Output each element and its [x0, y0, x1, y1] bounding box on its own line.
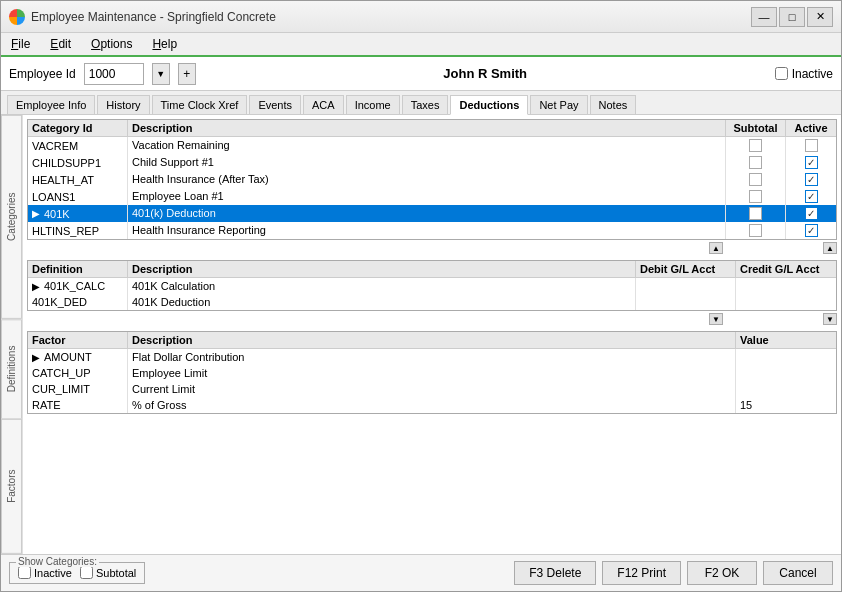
table-row[interactable]: VACREM Vacation Remaining — [28, 137, 836, 154]
cat-row-active[interactable] — [786, 171, 836, 188]
show-inactive-checkbox[interactable] — [18, 566, 31, 579]
subtotal-checkbox[interactable] — [749, 207, 762, 220]
ok-button[interactable]: F2 OK — [687, 561, 757, 585]
cat-row-subtotal[interactable] — [726, 171, 786, 188]
subtotal-checkbox[interactable] — [749, 224, 762, 237]
bottom-bar: Show Categories: Inactive Subtotal F3 De… — [1, 554, 841, 591]
tab-net-pay[interactable]: Net Pay — [530, 95, 587, 114]
def-header-def: Definition — [28, 261, 128, 277]
tab-events[interactable]: Events — [249, 95, 301, 114]
table-row[interactable]: CUR_LIMIT Current Limit — [28, 381, 836, 397]
fac-row-desc: Flat Dollar Contribution — [128, 349, 736, 365]
cat-row-active[interactable] — [786, 222, 836, 239]
cat-row-active[interactable] — [786, 137, 836, 154]
table-row[interactable]: LOANS1 Employee Loan #1 — [28, 188, 836, 205]
show-categories-label: Show Categories: — [16, 556, 99, 567]
def-row-desc: 401K Calculation — [128, 278, 636, 294]
categories-section: Category Id Description Subtotal Active … — [27, 119, 837, 240]
cat-row-subtotal[interactable] — [726, 188, 786, 205]
cat-row-active[interactable] — [786, 188, 836, 205]
def-row-debit — [636, 294, 736, 310]
factors-section: Factor Description Value ▶AMOUNT Flat Do… — [27, 331, 837, 414]
table-row[interactable]: ▶401K 401(k) Deduction — [28, 205, 836, 222]
cat-row-active[interactable] — [786, 205, 836, 222]
active-checkbox[interactable] — [805, 156, 818, 169]
cat-header-active: Active — [786, 120, 836, 136]
active-checkbox[interactable] — [805, 224, 818, 237]
show-subtotal-checkbox[interactable] — [80, 566, 93, 579]
table-row[interactable]: CHILDSUPP1 Child Support #1 — [28, 154, 836, 171]
menu-edit[interactable]: Edit — [46, 35, 75, 53]
inactive-label: Inactive — [792, 67, 833, 81]
close-button[interactable]: ✕ — [807, 7, 833, 27]
inactive-checkbox[interactable] — [775, 67, 788, 80]
table-row[interactable]: ▶401K_CALC 401K Calculation — [28, 278, 836, 294]
categories-header: Category Id Description Subtotal Active — [28, 120, 836, 137]
subtotal-check-item[interactable]: Subtotal — [80, 566, 136, 579]
categories-label: Categories — [1, 115, 22, 319]
def-scroll-area: ▼ ▼ — [27, 312, 837, 326]
print-button[interactable]: F12 Print — [602, 561, 681, 585]
def-row-debit — [636, 278, 736, 294]
show-inactive-label: Inactive — [34, 567, 72, 579]
cat-header-subtotal: Subtotal — [726, 120, 786, 136]
cat-row-subtotal[interactable] — [726, 154, 786, 171]
menu-bar: File Edit Options Help — [1, 33, 841, 57]
cat-row-subtotal[interactable] — [726, 205, 786, 222]
menu-file[interactable]: File — [7, 35, 34, 53]
tab-time-clock-xref[interactable]: Time Clock Xref — [152, 95, 248, 114]
cat-row-id: CHILDSUPP1 — [28, 154, 128, 171]
menu-help[interactable]: Help — [148, 35, 181, 53]
cat-row-subtotal[interactable] — [726, 222, 786, 239]
active-checkbox[interactable] — [805, 190, 818, 203]
definitions-section: Definition Description Debit G/L Acct Cr… — [27, 260, 837, 311]
tab-notes[interactable]: Notes — [590, 95, 637, 114]
tab-taxes[interactable]: Taxes — [402, 95, 449, 114]
cat-scroll-up[interactable]: ▲ — [709, 242, 723, 254]
emp-id-dropdown[interactable]: ▼ — [152, 63, 170, 85]
table-row[interactable]: 401K_DED 401K Deduction — [28, 294, 836, 310]
inactive-check-item[interactable]: Inactive — [18, 566, 72, 579]
cat-scroll-right[interactable]: ▲ — [823, 242, 837, 254]
def-row-credit — [736, 278, 836, 294]
minimize-button[interactable]: — — [751, 7, 777, 27]
table-row[interactable]: ▶AMOUNT Flat Dollar Contribution — [28, 349, 836, 365]
fac-header-desc: Description — [128, 332, 736, 348]
table-row[interactable]: HEALTH_AT Health Insurance (After Tax) — [28, 171, 836, 188]
table-row[interactable]: RATE % of Gross 15 — [28, 397, 836, 413]
delete-button[interactable]: F3 Delete — [514, 561, 596, 585]
def-header: Definition Description Debit G/L Acct Cr… — [28, 261, 836, 278]
table-row[interactable]: HLTINS_REP Health Insurance Reporting — [28, 222, 836, 239]
main-window: Employee Maintenance - Springfield Concr… — [0, 0, 842, 592]
window-controls: — □ ✕ — [751, 7, 833, 27]
subtotal-checkbox[interactable] — [749, 139, 762, 152]
fac-row-value — [736, 365, 836, 381]
active-checkbox[interactable] — [805, 207, 818, 220]
emp-id-input[interactable] — [84, 63, 144, 85]
cat-row-desc: Health Insurance (After Tax) — [128, 171, 726, 188]
emp-id-add[interactable]: + — [178, 63, 196, 85]
cat-scroll-area: ▲ ▲ — [27, 241, 837, 255]
subtotal-checkbox[interactable] — [749, 190, 762, 203]
tab-employee-info[interactable]: Employee Info — [7, 95, 95, 114]
cancel-button[interactable]: Cancel — [763, 561, 833, 585]
def-scroll-down[interactable]: ▼ — [709, 313, 723, 325]
subtotal-checkbox[interactable] — [749, 156, 762, 169]
title-bar: Employee Maintenance - Springfield Concr… — [1, 1, 841, 33]
tab-history[interactable]: History — [97, 95, 149, 114]
window-title: Employee Maintenance - Springfield Concr… — [31, 10, 276, 24]
cat-row-subtotal[interactable] — [726, 137, 786, 154]
active-checkbox[interactable] — [805, 139, 818, 152]
tab-aca[interactable]: ACA — [303, 95, 344, 114]
def-scroll-right-down[interactable]: ▼ — [823, 313, 837, 325]
cat-row-active[interactable] — [786, 154, 836, 171]
active-checkbox[interactable] — [805, 173, 818, 186]
cat-header-id: Category Id — [28, 120, 128, 136]
tab-deductions[interactable]: Deductions — [450, 95, 528, 115]
subtotal-checkbox[interactable] — [749, 173, 762, 186]
table-row[interactable]: CATCH_UP Employee Limit — [28, 365, 836, 381]
maximize-button[interactable]: □ — [779, 7, 805, 27]
menu-options[interactable]: Options — [87, 35, 136, 53]
cat-row-desc: Vacation Remaining — [128, 137, 726, 154]
tab-income[interactable]: Income — [346, 95, 400, 114]
